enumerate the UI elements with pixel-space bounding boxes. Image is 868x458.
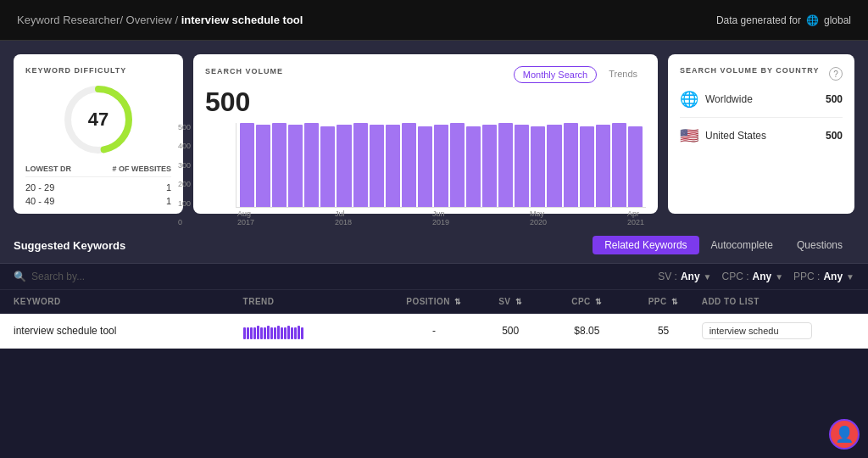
filter-row: 🔍 Search by... SV : Any ▼ CPC : Any ▼ PP… — [0, 264, 868, 290]
us-label: United States — [705, 130, 766, 142]
gauge-value: 47 — [88, 109, 108, 131]
globe-icon: 🌐 — [806, 14, 819, 26]
chart-bar — [256, 125, 270, 207]
col-header-ppc[interactable]: PPC ⇅ — [625, 297, 701, 306]
chart-x-labels: Aug2017 Jul2018 Jun2019 May2020 Apr2021 — [236, 209, 646, 226]
country-card: SEARCH VOLUME BY COUNTRY ? 🌐 Worldwide 5… — [668, 54, 854, 214]
col-header-keyword: KEYWORD — [14, 297, 243, 306]
worldwide-label: Worldwide — [705, 93, 753, 105]
chart-bar — [434, 125, 448, 207]
chart-bar — [337, 125, 351, 207]
chart-bar — [272, 123, 287, 207]
dr-row-1: 20 - 29 1 — [25, 181, 171, 194]
kw-cell-keyword: interview schedule tool — [14, 325, 243, 337]
filter-group: SV : Any ▼ CPC : Any ▼ PPC : Any ▼ — [658, 271, 854, 282]
col-header-cpc[interactable]: CPC ⇅ — [548, 297, 625, 306]
dr-lowest-label: LOWEST DR — [25, 165, 71, 173]
sv-value: 500 — [205, 87, 646, 118]
chart-bar — [564, 123, 578, 207]
search-volume-card: SEARCH VOLUME Monthly Search Trends 500 … — [193, 54, 658, 214]
chart-bar — [320, 126, 335, 207]
tab-related-keywords[interactable]: Related Keywords — [593, 236, 698, 254]
gauge-container: 47 — [25, 81, 171, 158]
filter-ppc[interactable]: PPC : Any ▼ — [793, 271, 854, 282]
chart-bar — [547, 125, 561, 207]
kw-cell-sv: 500 — [472, 325, 548, 337]
trend-bar-segment — [260, 327, 263, 339]
search-placeholder: Search by... — [31, 271, 85, 282]
chart-bar — [418, 126, 432, 207]
chart-bar — [450, 123, 465, 207]
trend-bar-segment — [274, 327, 276, 339]
chart-bar — [402, 123, 416, 207]
country-card-title: SEARCH VOLUME BY COUNTRY — [680, 66, 820, 75]
data-generated: Data generated for 🌐 global — [716, 14, 851, 26]
chart-bar — [531, 126, 545, 207]
trend-bar-segment — [257, 326, 259, 339]
avatar[interactable]: 👤 — [829, 419, 860, 450]
country-us: 🇺🇸 United States — [680, 126, 766, 145]
dr-count-2: 1 — [166, 196, 171, 206]
chart-bar — [612, 123, 626, 207]
chart-area — [236, 123, 646, 208]
tab-questions[interactable]: Questions — [785, 236, 854, 254]
chart-bar — [515, 125, 529, 207]
gauge: 47 — [60, 81, 136, 158]
worldwide-value: 500 — [826, 93, 843, 105]
table-row: interview schedule tool - 500 $8.05 55 — [0, 314, 868, 349]
page-header: Keyword Researcher/ Overview / interview… — [0, 0, 868, 41]
country-row-worldwide: 🌐 Worldwide 500 — [680, 81, 843, 118]
sv-tab-trends[interactable]: Trends — [600, 66, 646, 83]
chart-bar — [596, 125, 610, 207]
chart-bar — [353, 123, 368, 207]
bottom-section: Suggested Keywords Related Keywords Auto… — [0, 227, 868, 349]
breadcrumb-keyword: interview schedule tool — [181, 14, 303, 26]
chart-bar — [466, 126, 481, 207]
chart-bar — [370, 125, 384, 207]
breadcrumb: Keyword Researcher/ Overview / interview… — [17, 14, 303, 26]
chart-bar — [498, 123, 513, 207]
col-header-trend: TREND — [243, 297, 396, 306]
trend-bar-segment — [267, 326, 270, 339]
trend-bar-segment — [247, 327, 249, 339]
search-box: 🔍 Search by... — [14, 271, 85, 282]
chart-bar — [580, 126, 594, 207]
dr-table-header: LOWEST DR # OF WEBSITES — [25, 165, 171, 177]
filter-cpc[interactable]: CPC : Any ▼ — [721, 271, 783, 282]
tab-autocomplete[interactable]: Autocomplete — [699, 236, 785, 254]
trend-bar-segment — [291, 327, 293, 339]
kw-cell-cpc: $8.05 — [548, 325, 625, 337]
col-header-addlist: ADD TO LIST — [702, 297, 854, 306]
dr-count-1: 1 — [166, 182, 171, 193]
sv-tab-monthly[interactable]: Monthly Search — [514, 66, 597, 83]
sv-tabs: Monthly Search Trends — [514, 66, 646, 83]
trend-bar-segment — [277, 326, 280, 339]
col-header-position[interactable]: POSITION ⇅ — [396, 297, 472, 306]
add-to-list-input[interactable] — [702, 322, 812, 339]
trend-bar-segment — [264, 327, 266, 339]
trend-bar-segment — [281, 327, 283, 339]
dr-websites-label: # OF WEBSITES — [112, 165, 171, 173]
keyword-difficulty-card: KEYWORD DIFFICULTY 47 LOWEST DR # OF WEB… — [14, 54, 183, 214]
chart-bar — [304, 123, 319, 207]
us-value: 500 — [826, 130, 843, 142]
filter-sv[interactable]: SV : Any ▼ — [658, 271, 711, 282]
kw-cell-ppc: 55 — [625, 325, 701, 337]
trend-bar-segment — [284, 327, 287, 339]
sv-card-title: SEARCH VOLUME — [205, 67, 283, 75]
col-header-sv[interactable]: SV ⇅ — [472, 297, 548, 306]
chart-y-labels: 500 400 300 200 100 0 — [178, 123, 191, 226]
trend-bar-segment — [298, 326, 300, 339]
help-icon[interactable]: ? — [829, 67, 843, 81]
chart-bar — [288, 125, 303, 207]
data-generated-label: Data generated for — [716, 14, 801, 26]
chart-bar — [386, 125, 400, 207]
breadcrumb-prefix: Keyword Researcher/ Overview / — [17, 14, 178, 26]
dr-table: LOWEST DR # OF WEBSITES 20 - 29 1 40 - 4… — [25, 165, 171, 208]
trend-bar-segment — [243, 327, 246, 339]
trend-bar-segment — [301, 327, 303, 339]
trend-bar-segment — [250, 327, 253, 339]
kw-cell-position: - — [396, 325, 472, 337]
trend-bar-segment — [294, 327, 297, 339]
worldwide-icon: 🌐 — [680, 90, 698, 109]
